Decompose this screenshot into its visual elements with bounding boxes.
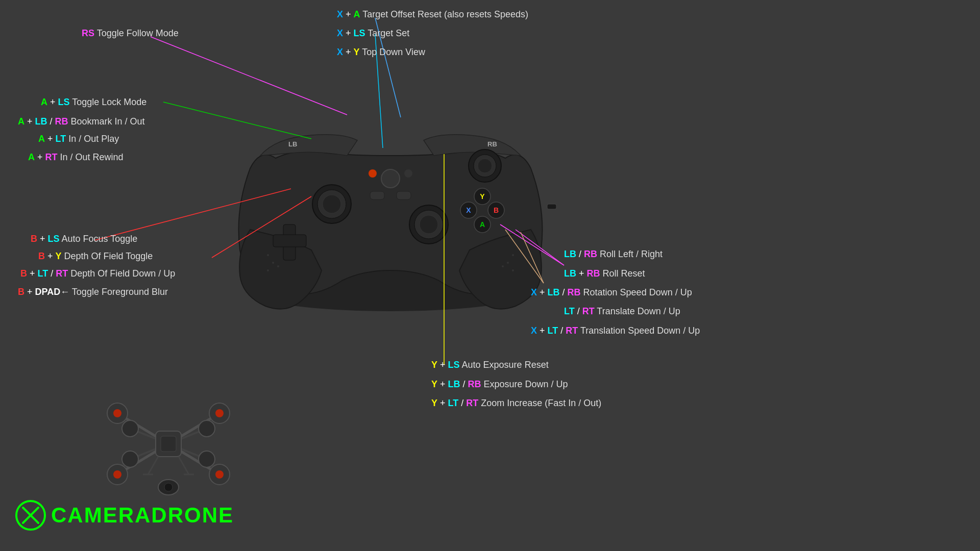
label-lb-rb-roll: LB / RB Roll Left / Right [564, 249, 663, 260]
svg-text:X: X [466, 206, 471, 214]
label-x-lt-rt: X + LT / RT Translation Speed Down / Up [531, 325, 700, 336]
svg-text:Y: Y [480, 192, 485, 201]
svg-text:LB: LB [288, 140, 297, 148]
svg-point-61 [199, 420, 215, 437]
label-a-lt: A + LT In / Out Play [38, 134, 119, 144]
label-a-lb-rb: A + LB / RB Bookmark In / Out [18, 116, 145, 127]
label-b-lt-rt: B + LT / RT Depth Of Field Down / Up [20, 268, 175, 279]
svg-text:A: A [480, 220, 485, 229]
svg-point-29 [512, 254, 514, 256]
svg-point-6 [420, 215, 438, 234]
label-a-ls: A + LS Toggle Lock Mode [41, 97, 146, 108]
label-x-y: X + Y Top Down View [337, 47, 425, 58]
svg-rect-69 [161, 436, 176, 452]
svg-point-25 [267, 254, 269, 256]
svg-rect-21 [397, 191, 411, 199]
svg-point-32 [502, 265, 504, 267]
app-title: CAMERADRONE [51, 503, 234, 528]
svg-rect-20 [370, 191, 384, 199]
label-b-ls: B + LS Auto Focus Toggle [31, 234, 137, 244]
svg-text:B: B [494, 206, 499, 214]
label-y-ls: Y + LS Auto Exposure Reset [431, 360, 549, 370]
svg-point-60 [122, 420, 138, 437]
svg-point-64 [113, 409, 121, 417]
xbox-logo: CAMERADRONE [15, 500, 234, 531]
svg-point-31 [512, 269, 514, 271]
svg-point-35 [404, 169, 412, 178]
svg-point-9 [478, 159, 492, 173]
svg-point-63 [199, 451, 215, 467]
svg-point-65 [215, 409, 224, 417]
svg-point-22 [381, 169, 400, 188]
xbox-x-icon [20, 505, 41, 525]
label-x-a: X + A Target Offset Reset (also resets S… [337, 9, 528, 20]
xbox-circle-icon [15, 500, 46, 531]
label-x-lb-rb: X + LB / RB Rotation Speed Down / Up [531, 287, 692, 298]
label-b-dpad: B + DPAD← Toggle Foreground Blur [18, 287, 168, 297]
svg-point-26 [272, 262, 274, 264]
svg-rect-33 [547, 204, 556, 209]
svg-point-3 [323, 195, 341, 213]
label-rs: RS Toggle Follow Mode [82, 28, 179, 39]
svg-point-30 [507, 262, 509, 264]
label-lt-rt: LT / RT Translate Down / Up [564, 306, 680, 317]
label-b-y: B + Y Depth Of Field Toggle [38, 251, 153, 262]
label-lb-rb-reset: LB + RB Roll Reset [564, 268, 645, 279]
label-y-lb-rb: Y + LB / RB Exposure Down / Up [431, 379, 568, 390]
label-a-rt: A + RT In / Out Rewind [28, 152, 124, 163]
svg-line-70 [148, 457, 158, 474]
label-y-lt-rt: Y + LT / RT Zoom Increase (Fast In / Out… [431, 398, 601, 409]
label-x-ls: X + LS Target Set [337, 28, 409, 39]
svg-point-34 [369, 169, 377, 178]
svg-point-75 [164, 483, 173, 491]
drone-image [92, 388, 245, 500]
svg-point-67 [215, 470, 224, 479]
svg-text:RB: RB [487, 140, 497, 148]
svg-point-28 [277, 265, 279, 267]
svg-line-71 [179, 457, 189, 474]
svg-point-62 [122, 451, 138, 467]
svg-rect-11 [273, 235, 306, 247]
svg-point-27 [267, 269, 269, 271]
svg-point-66 [113, 470, 121, 479]
